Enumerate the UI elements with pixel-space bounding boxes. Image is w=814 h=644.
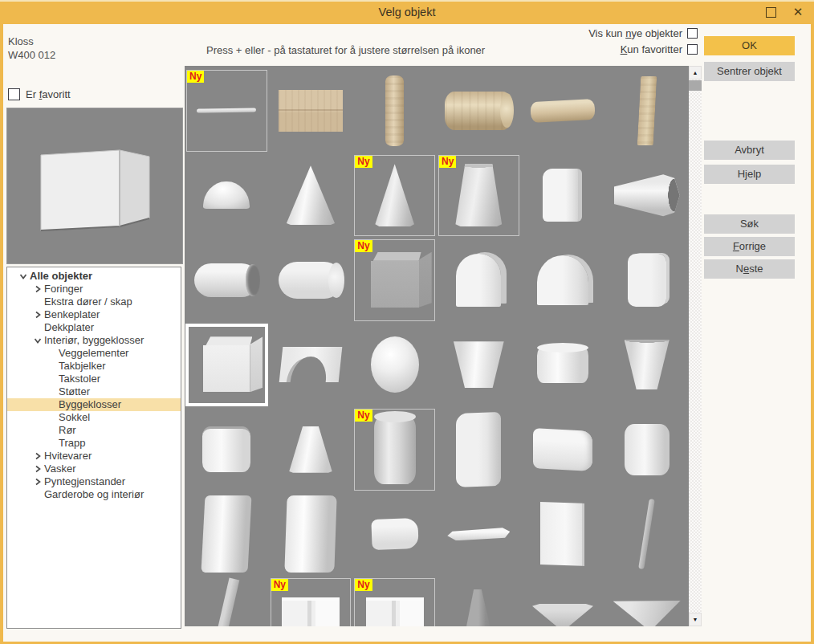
tree-item-foringer[interactable]: Foringer	[7, 283, 181, 296]
select-object-dialog: Velg objekt ✕ Kloss W400 012 Press + ell…	[0, 0, 814, 644]
object-thumbnail-cell[interactable]: Ny	[352, 407, 437, 492]
rounded-slab-flat-thumbnail	[628, 254, 666, 307]
tree-item-sokkel[interactable]: Sokkel	[7, 411, 181, 424]
object-thumbnail-cell[interactable]	[437, 238, 521, 323]
filter-favorites-only[interactable]: Kun favoritter	[621, 43, 698, 55]
object-thumbnail-cell[interactable]	[269, 238, 353, 323]
object-thumbnail-cell[interactable]	[521, 492, 605, 577]
object-thumbnail-cell[interactable]: Ny	[437, 153, 521, 238]
tree-item-takbjelker[interactable]: Takbjelker	[7, 360, 181, 373]
object-thumbnail-cell[interactable]	[604, 492, 689, 577]
tree-item-rør[interactable]: Rør	[7, 424, 181, 437]
object-thumbnail-cell[interactable]	[437, 492, 521, 577]
object-thumbnail-cell[interactable]	[269, 323, 353, 408]
object-thumbnail-cell[interactable]	[604, 153, 689, 238]
checkbox[interactable]	[687, 28, 698, 39]
object-thumbnail-cell[interactable]	[185, 407, 269, 492]
object-thumbnail-cell[interactable]	[604, 577, 689, 626]
chevron-right-icon[interactable]	[31, 450, 44, 463]
tree-item-dekkplater[interactable]: Dekkplater	[7, 321, 181, 334]
object-thumbnail-cell[interactable]	[604, 68, 689, 153]
tree-item-label: Foringer	[44, 283, 83, 296]
cylinder-squat-thumbnail	[202, 426, 250, 472]
inverted-cone-thumbnail	[613, 601, 681, 626]
object-thumbnail-cell[interactable]	[352, 492, 437, 577]
scroll-up-icon[interactable]: ▲	[689, 66, 702, 79]
cylinder-short-thumbnail	[537, 346, 588, 383]
object-thumbnail-cell[interactable]	[185, 492, 269, 577]
object-thumbnail-cell[interactable]	[604, 407, 689, 492]
sok-button[interactable]: Søk	[704, 214, 795, 234]
filter-show-new-only[interactable]: Vis kun nye objekter	[588, 27, 698, 39]
tree-item-veggelementer[interactable]: Veggelementer	[7, 347, 181, 360]
ok-button[interactable]: OK	[704, 36, 795, 55]
object-thumbnail-cell[interactable]	[352, 323, 437, 408]
truncated-cone-large-thumbnail	[449, 164, 508, 226]
neste-button[interactable]: Neste	[704, 259, 795, 279]
object-thumbnail-cell[interactable]	[185, 323, 269, 408]
tree-item-vasker[interactable]: Vasker	[7, 463, 181, 475]
chevron-right-icon[interactable]	[31, 475, 44, 488]
object-thumbnail-cell[interactable]	[521, 238, 605, 323]
tree-item-takstoler[interactable]: Takstoler	[7, 373, 181, 385]
grid-scrollbar[interactable]: ▲ ▼	[689, 66, 702, 626]
object-thumbnail-cell[interactable]	[437, 407, 521, 492]
new-badge: Ny	[187, 71, 204, 83]
tree-item-byggeklosser[interactable]: Byggeklosser	[7, 398, 181, 411]
chevron-right-icon[interactable]	[31, 308, 44, 321]
object-thumbnail-cell[interactable]	[604, 238, 689, 323]
close-icon[interactable]: ✕	[790, 3, 806, 21]
object-thumbnail-cell[interactable]	[269, 492, 353, 577]
maximize-icon[interactable]	[766, 7, 776, 18]
object-thumbnail-cell[interactable]	[521, 153, 605, 238]
wood-plank-vertical-thumbnail	[637, 76, 657, 145]
hjelp-button[interactable]: Hjelp	[704, 165, 795, 184]
forrige-button[interactable]: Forrige	[704, 237, 795, 256]
object-thumbnail-cell[interactable]: Ny	[352, 153, 437, 238]
object-thumbnail-cell[interactable]	[521, 407, 605, 492]
selected-object-name: Kloss	[8, 35, 34, 47]
rounded-bar-thumbnail	[533, 428, 592, 471]
tree-item-garderobe-og-interiør[interactable]: Garderobe og interiør	[7, 488, 181, 501]
cone-thumbnail	[285, 165, 336, 225]
tree-item-pyntegjenstander[interactable]: Pyntegjenstander	[7, 475, 181, 488]
avbryt-button[interactable]: Avbryt	[704, 141, 795, 160]
object-thumbnail-cell[interactable]	[269, 153, 353, 238]
object-thumbnail-cell[interactable]: Ny	[352, 577, 437, 626]
object-thumbnail-cell[interactable]: Ny	[269, 577, 353, 626]
object-thumbnail-cell[interactable]	[437, 323, 521, 408]
tree-item-alle-objekter[interactable]: Alle objekter	[7, 270, 181, 283]
object-thumbnail-cell[interactable]	[269, 68, 353, 153]
object-thumbnail-cell[interactable]	[437, 577, 521, 626]
tree-item-hvitevarer[interactable]: Hvitevarer	[7, 450, 181, 463]
tree-item-ekstra-dører-skap[interactable]: Ekstra dører / skap	[7, 296, 181, 308]
favorite-checkbox[interactable]	[8, 88, 20, 100]
object-thumbnail-cell[interactable]	[352, 68, 437, 153]
object-thumbnail-cell[interactable]: Ny	[352, 238, 437, 323]
object-thumbnail-cell[interactable]	[521, 577, 605, 626]
object-thumbnail-cell[interactable]	[437, 68, 521, 153]
tree-item-interiør-byggeklosser[interactable]: Interiør, byggeklosser	[7, 334, 181, 347]
object-thumbnail-cell[interactable]: Ny	[185, 68, 269, 153]
object-thumbnail-cell[interactable]	[521, 323, 605, 408]
sentrer-button[interactable]: Sentrer objekt	[704, 62, 795, 81]
tree-item-støtter[interactable]: Støtter	[7, 385, 181, 398]
object-thumbnail-cell[interactable]	[521, 68, 605, 153]
chevron-right-icon[interactable]	[31, 283, 44, 296]
scrollbar-thumb[interactable]	[689, 80, 702, 91]
object-thumbnail-cell[interactable]	[604, 323, 689, 408]
favorite-checkbox-row[interactable]: Er favoritt	[8, 88, 71, 100]
chevron-down-icon[interactable]	[31, 334, 44, 347]
object-thumbnail-cell[interactable]	[185, 238, 269, 323]
object-thumbnail-cell[interactable]	[185, 577, 269, 626]
tree-item-trapp[interactable]: Trapp	[7, 437, 181, 450]
tapered-cup-wide-thumbnail	[453, 341, 504, 388]
chevron-down-icon[interactable]	[17, 270, 30, 283]
object-thumbnail-cell[interactable]	[269, 407, 353, 492]
scroll-down-icon[interactable]: ▼	[689, 613, 702, 626]
cone-horizontal-thumbnail	[614, 173, 680, 217]
checkbox[interactable]	[687, 44, 698, 55]
tree-item-benkeplater[interactable]: Benkeplater	[7, 308, 181, 321]
object-thumbnail-cell[interactable]	[185, 153, 269, 238]
chevron-right-icon[interactable]	[31, 463, 44, 475]
